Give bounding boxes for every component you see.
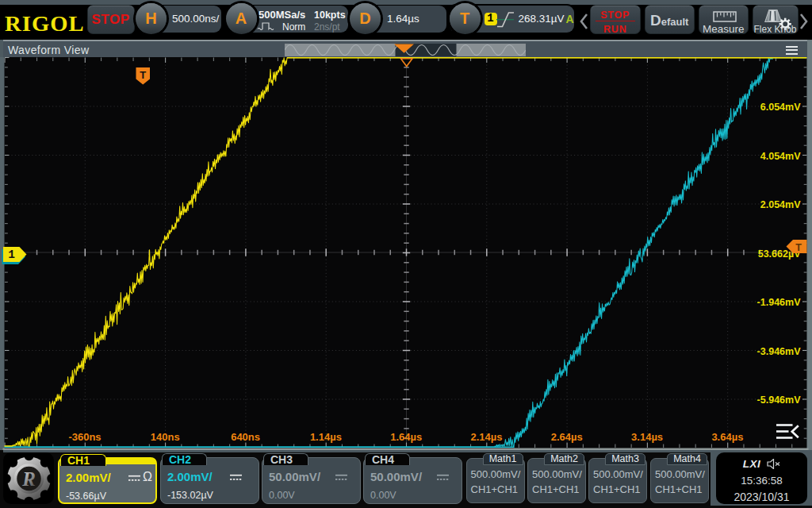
svg-text:3.64µs: 3.64µs — [711, 430, 743, 442]
svg-text:1.14µs: 1.14µs — [310, 430, 342, 442]
svg-text:140ns: 140ns — [151, 430, 180, 442]
svg-text:-5.946mV: -5.946mV — [757, 394, 802, 406]
svg-text:640ns: 640ns — [231, 430, 260, 442]
svg-text:T: T — [140, 68, 146, 80]
svg-text:R: R — [21, 468, 36, 489]
svg-text:2.14µs: 2.14µs — [470, 430, 502, 442]
svg-text:2.054mV: 2.054mV — [760, 199, 801, 210]
svg-text:3.14µs: 3.14µs — [631, 430, 663, 442]
svg-text:1: 1 — [8, 248, 15, 261]
svg-text:2.64µs: 2.64µs — [551, 430, 583, 442]
svg-text:T: T — [795, 241, 802, 252]
svg-text:1.64µs: 1.64µs — [390, 430, 422, 442]
svg-text:-1.946mV: -1.946mV — [757, 297, 802, 308]
svg-text:4.054mV: 4.054mV — [760, 150, 801, 161]
svg-text:-3.946mV: -3.946mV — [757, 345, 802, 356]
svg-text:-360ns: -360ns — [68, 430, 101, 442]
svg-text:6.054mV: 6.054mV — [760, 102, 801, 113]
